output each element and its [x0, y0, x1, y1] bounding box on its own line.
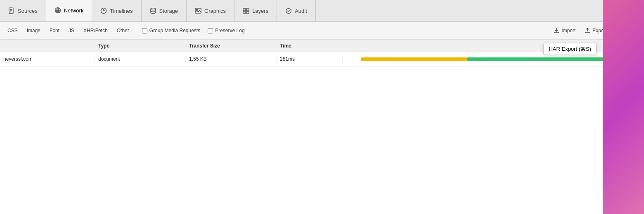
cell-size: 1.55 KB	[186, 56, 277, 62]
waterfall-receiving-bar	[467, 57, 620, 61]
group-media-label: Group Media Requests	[149, 28, 200, 33]
tab-network-label: Network	[64, 7, 84, 14]
storage-icon	[150, 7, 156, 14]
tab-storage[interactable]: Storage	[142, 0, 187, 21]
filter-font[interactable]: Font	[45, 26, 64, 35]
import-button[interactable]: Import	[549, 26, 580, 35]
tab-layers-label: Layers	[252, 8, 268, 14]
tab-graphics[interactable]: Graphics	[187, 0, 234, 21]
tab-layers[interactable]: Layers	[234, 0, 277, 21]
import-label: Import	[561, 28, 575, 33]
tab-bar: Sources Network Timelines	[0, 0, 644, 22]
group-media-checkbox[interactable]: Group Media Requests	[139, 26, 204, 35]
svg-rect-13	[246, 8, 249, 11]
search-button[interactable]	[612, 4, 625, 17]
svg-rect-21	[616, 29, 621, 33]
layers-icon	[243, 7, 249, 14]
preserve-log-checkbox[interactable]: Preserve Log	[204, 26, 248, 35]
filter-separator	[136, 26, 136, 35]
tab-storage-label: Storage	[159, 8, 178, 14]
svg-point-18	[632, 10, 635, 12]
cell-time: 281ms	[277, 56, 343, 62]
tab-audit[interactable]: Audit	[277, 0, 316, 21]
tab-timelines-label: Timelines	[110, 8, 133, 14]
svg-point-9	[151, 8, 156, 10]
tab-audit-label: Audit	[295, 8, 307, 14]
filter-xhr[interactable]: XHR/Fetch	[79, 26, 112, 35]
svg-rect-14	[243, 12, 246, 14]
svg-point-11	[197, 10, 198, 11]
clear-button[interactable]	[612, 26, 626, 35]
clear-icon	[616, 28, 622, 33]
export-button[interactable]: Export	[580, 26, 611, 35]
tooltip-text: HAR Export (⌘S)	[549, 46, 591, 52]
tab-sources-label: Sources	[18, 8, 38, 14]
group-media-input[interactable]	[142, 28, 147, 33]
svg-point-16	[616, 8, 620, 12]
empty-area	[0, 67, 644, 214]
settings-button[interactable]	[627, 4, 640, 17]
tab-graphics-label: Graphics	[204, 8, 226, 14]
filter-icon	[631, 28, 637, 33]
cell-waterfall	[343, 52, 644, 66]
tab-spacer	[316, 0, 608, 21]
filter-other[interactable]: Other	[113, 26, 133, 35]
timelines-icon	[100, 7, 107, 14]
waterfall-bars	[346, 57, 641, 62]
svg-rect-12	[243, 8, 246, 11]
filter-js[interactable]: JS	[64, 26, 78, 35]
svg-marker-25	[631, 28, 636, 33]
graphics-icon	[195, 7, 201, 14]
col-header-time[interactable]: Time	[277, 43, 343, 49]
audit-icon	[285, 7, 292, 14]
filter-css[interactable]: CSS	[3, 26, 22, 35]
tab-network[interactable]: Network	[46, 0, 92, 21]
tab-timelines[interactable]: Timelines	[92, 0, 141, 21]
har-export-tooltip: HAR Export (⌘S)	[543, 43, 597, 55]
cell-type: document	[95, 56, 186, 62]
export-label: Export	[592, 28, 607, 33]
preserve-log-label: Preserve Log	[215, 28, 244, 33]
col-header-size[interactable]: Transfer Size	[186, 43, 277, 49]
network-table: Type Transfer Size Time 100.00ms 200.0ms…	[0, 40, 644, 214]
import-icon	[554, 28, 559, 33]
sources-icon	[8, 7, 15, 14]
filter-bar: CSS Image Font JS XHR/Fetch Other Group …	[0, 22, 644, 40]
network-icon	[54, 7, 61, 14]
cell-url: neverssl.com	[0, 56, 95, 62]
waterfall-waiting-bar	[361, 57, 467, 61]
tab-actions	[608, 0, 644, 21]
svg-line-17	[620, 12, 621, 14]
svg-rect-15	[246, 12, 249, 14]
export-icon	[585, 28, 590, 33]
filter-button[interactable]	[627, 26, 641, 35]
col-header-type[interactable]: Type	[95, 43, 186, 49]
filter-image[interactable]: Image	[23, 26, 45, 35]
preserve-log-input[interactable]	[208, 28, 213, 33]
tab-sources[interactable]: Sources	[0, 0, 46, 21]
